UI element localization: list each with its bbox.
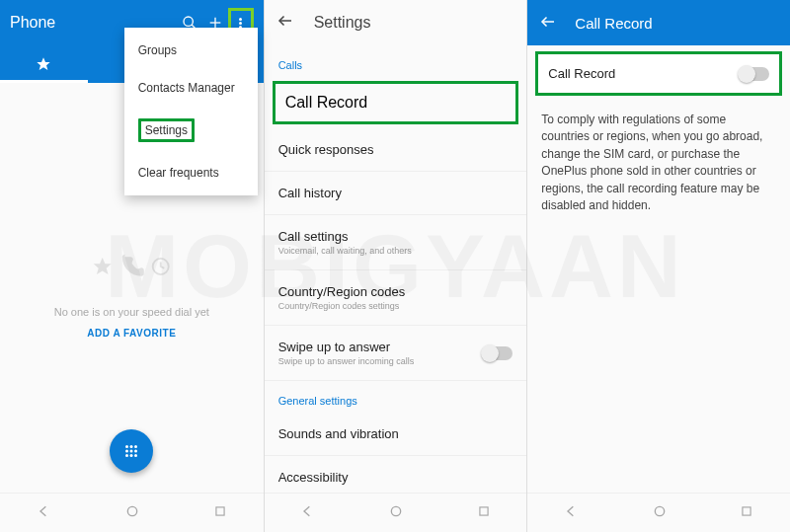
row-quick-responses-label: Quick responses: [278, 142, 514, 157]
call-record-toggle-row[interactable]: Call Record: [535, 51, 782, 96]
row-call-record-label: Call Record: [285, 94, 507, 112]
nav-back-icon[interactable]: [564, 503, 580, 523]
row-call-record[interactable]: Call Record: [273, 81, 519, 124]
swipe-answer-toggle[interactable]: [483, 346, 513, 360]
svg-point-24: [655, 506, 664, 515]
call-record-title: Call Record: [575, 15, 652, 32]
svg-point-0: [184, 17, 193, 26]
row-accessibility[interactable]: Accessibility: [265, 456, 527, 493]
row-sounds-label: Sounds and vibration: [278, 426, 514, 441]
dialpad-fab[interactable]: [110, 429, 153, 473]
row-call-history-label: Call history: [278, 186, 514, 200]
svg-marker-7: [94, 258, 112, 274]
nav-recents-icon[interactable]: [477, 504, 491, 522]
svg-point-21: [392, 506, 401, 515]
nav-back-icon[interactable]: [300, 503, 316, 523]
android-navbar: [0, 493, 264, 532]
panel-call-record: Call Record Call Record To comply with r…: [526, 0, 790, 532]
row-country-codes-label: Country/Region codes: [278, 284, 514, 299]
row-country-codes-sub: Country/Region codes settings: [278, 301, 514, 311]
svg-point-9: [125, 445, 128, 448]
row-sounds[interactable]: Sounds and vibration: [265, 413, 527, 456]
call-record-toggle-label: Call Record: [548, 66, 740, 81]
menu-item-contacts-manager[interactable]: Contacts Manager: [124, 69, 258, 107]
nav-home-icon[interactable]: [388, 503, 404, 523]
speed-dial-empty-icon: [92, 237, 171, 296]
row-country-codes[interactable]: Country/Region codes Country/Region code…: [265, 270, 527, 326]
back-icon[interactable]: [539, 13, 557, 34]
call-record-description: To comply with regulations of some count…: [527, 102, 790, 224]
svg-point-14: [134, 450, 137, 453]
nav-home-icon[interactable]: [652, 503, 668, 523]
panel-settings: Settings Calls Call Record Quick respons…: [264, 0, 527, 532]
svg-marker-4: [38, 57, 50, 70]
row-swipe-answer[interactable]: Swipe up to answer Swipe up to answer in…: [265, 326, 527, 381]
svg-rect-25: [743, 506, 750, 514]
row-call-settings-sub: Voicemail, call waiting, and others: [278, 246, 514, 256]
section-general: General settings: [265, 381, 527, 413]
panel-phone-app: Phone: [0, 0, 264, 532]
row-call-settings-label: Call settings: [278, 229, 514, 244]
svg-rect-19: [216, 506, 224, 514]
call-record-header: Call Record: [527, 0, 790, 45]
svg-point-13: [130, 450, 133, 453]
settings-title: Settings: [314, 14, 371, 32]
row-call-history[interactable]: Call history: [265, 172, 527, 215]
nav-recents-icon[interactable]: [213, 504, 227, 522]
android-navbar: [265, 493, 527, 532]
nav-recents-icon[interactable]: [740, 504, 753, 522]
row-call-settings[interactable]: Call settings Voicemail, call waiting, a…: [265, 215, 527, 270]
row-accessibility-label: Accessibility: [278, 470, 514, 485]
row-swipe-answer-label: Swipe up to answer: [278, 340, 484, 354]
settings-list: Calls Call Record Quick responses Call h…: [265, 45, 527, 493]
menu-item-settings[interactable]: Settings: [124, 107, 258, 154]
settings-header: Settings: [265, 0, 527, 45]
svg-point-10: [130, 445, 133, 448]
svg-point-15: [125, 454, 128, 457]
svg-point-18: [128, 506, 137, 515]
android-navbar: [527, 493, 790, 532]
svg-rect-22: [480, 506, 488, 514]
back-icon[interactable]: [276, 12, 294, 34]
svg-point-11: [134, 445, 137, 448]
svg-point-12: [125, 450, 128, 453]
tab-favorites[interactable]: [0, 45, 88, 83]
three-panel-layout: Phone: [0, 0, 790, 532]
section-calls: Calls: [265, 45, 527, 77]
nav-back-icon[interactable]: [37, 503, 52, 523]
row-quick-responses[interactable]: Quick responses: [265, 128, 527, 172]
menu-item-groups[interactable]: Groups: [124, 32, 258, 69]
add-favorite-link[interactable]: ADD A FAVORITE: [87, 328, 176, 339]
empty-message: No one is on your speed dial yet: [54, 306, 209, 318]
menu-item-clear-frequents[interactable]: Clear frequents: [124, 154, 258, 191]
row-swipe-answer-sub: Swipe up to answer incoming calls: [278, 356, 484, 366]
overflow-menu: Groups Contacts Manager Settings Clear f…: [124, 28, 258, 195]
svg-point-17: [134, 454, 137, 457]
nav-home-icon[interactable]: [124, 503, 140, 523]
call-record-toggle[interactable]: [740, 67, 769, 81]
svg-point-16: [130, 454, 133, 457]
